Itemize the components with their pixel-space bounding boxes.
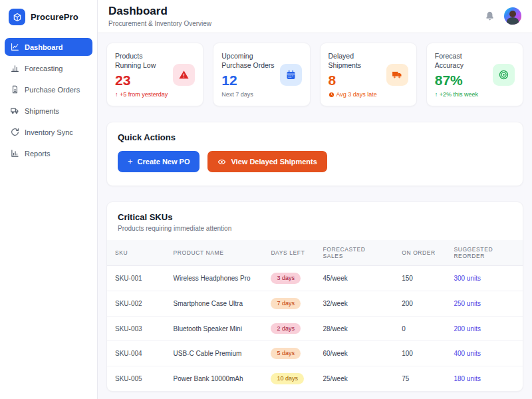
cell-sku: SKU-002 [107,291,166,316]
content: Products Running Low 23 ↑ +5 from yester… [98,33,532,399]
column-header-on-order: ON ORDER [394,240,446,266]
cell-on-order: 75 [394,366,446,391]
sidebar-item-forecasting[interactable]: Forecasting [5,59,92,77]
cell-sku: SKU-004 [107,341,166,366]
cell-forecasted-sales: 25/week [315,366,394,391]
column-header-product-name: PRODUCT NAME [166,240,263,266]
sidebar-item-label: Reports [25,150,51,158]
sidebar-item-purchase-orders[interactable]: Purchase Orders [5,80,92,98]
quick-actions-panel: Quick Actions + Create New PO Vi [106,122,523,186]
column-header-suggested-reorder: SUGGESTED REORDER [446,240,523,266]
quick-actions-title: Quick Actions [118,132,512,142]
suggested-reorder-link[interactable]: 300 units [446,266,523,291]
suggested-reorder-link[interactable]: 200 units [446,316,523,341]
header: Dashboard Procurement & Inventory Overvi… [98,0,532,33]
critical-skus-title: Critical SKUs [118,212,512,222]
document-icon [11,85,19,94]
suggested-reorder-link[interactable]: 180 units [446,366,523,391]
view-delayed-shipments-button[interactable]: View Delayed Shipments [207,151,327,172]
target-icon [493,64,515,86]
stat-card-label: Upcoming Purchase Orders [221,51,275,70]
table-row: SKU-005 Power Bank 10000mAh 10 days 25/w… [107,366,523,391]
cell-on-order: 0 [394,316,446,341]
sync-icon [11,128,19,136]
stat-card-value: 87% [435,72,489,88]
sidebar-item-label: Purchase Orders [25,86,80,94]
cell-on-order: 100 [394,341,446,366]
app-window: ProcurePro Dashboard Forecasting [0,0,532,399]
cell-forecasted-sales: 60/week [315,341,394,366]
stat-card-label: Products Running Low [115,51,169,70]
table-header-row: SKU PRODUCT NAME DAYS LEFT FORECASTED SA… [107,240,523,266]
cell-forecasted-sales: 28/week [315,316,394,341]
stat-card-products-running-low: Products Running Low 23 ↑ +5 from yester… [106,43,203,106]
clock-icon [329,92,334,98]
sidebar-item-inventory-sync[interactable]: Inventory Sync [5,123,92,141]
warning-icon [173,64,195,86]
stat-card-value: 8 [329,72,382,88]
cell-product-name: Power Bank 10000mAh [166,366,263,391]
bell-icon[interactable] [484,11,495,22]
cell-days-left: 2 days [263,316,315,341]
stat-card-body: Forecast Accuracy 87% ↑ +2% this week [435,51,489,98]
bar-chart-icon [11,64,19,72]
column-header-forecasted-sales: FORECASTED SALES [315,240,394,266]
sidebar-item-label: Dashboard [25,43,63,51]
sidebar-item-label: Shipments [25,107,59,115]
table-row: SKU-004 USB-C Cable Premium 5 days 60/we… [107,341,523,366]
sidebar-item-dashboard[interactable]: Dashboard [5,38,92,56]
truck-icon [11,106,19,115]
stat-card-upcoming-purchase-orders: Upcoming Purchase Orders 12 Next 7 days [213,43,310,106]
page-subtitle: Procurement & Inventory Overview [108,20,211,27]
days-left-badge: 10 days [271,373,304,384]
sidebar-item-label: Inventory Sync [25,128,73,136]
table-row: SKU-002 Smartphone Case Ultra 7 days 32/… [107,291,523,316]
sidebar-item-reports[interactable]: Reports [5,144,92,162]
main-area: Dashboard Procurement & Inventory Overvi… [98,0,532,399]
sidebar-item-label: Forecasting [25,65,63,72]
logo: ProcurePro [0,0,97,35]
cell-sku: SKU-001 [107,266,166,291]
create-new-po-button[interactable]: + Create New PO [118,151,200,172]
stat-card-trend: Avg 3 days late [329,91,382,98]
avatar[interactable] [504,7,521,25]
cell-product-name: Wireless Headphones Pro [166,266,263,291]
quick-actions-buttons: + Create New PO View Delayed Shipments [118,151,512,172]
stat-card-value: 23 [115,72,169,88]
sidebar-item-shipments[interactable]: Shipments [5,102,92,120]
days-left-badge: 3 days [271,273,301,284]
package-icon [9,9,25,25]
suggested-reorder-link[interactable]: 250 units [446,291,523,316]
stat-card-delayed-shipments: Delayed Shipments 8 Avg 3 days late [320,43,417,106]
header-actions [484,7,521,25]
cell-on-order: 200 [394,291,446,316]
stat-card-trend: ↑ +2% this week [435,91,489,98]
column-header-days-left: DAYS LEFT [263,240,315,266]
cell-product-name: Smartphone Case Ultra [166,291,263,316]
button-label: View Delayed Shipments [231,158,317,166]
stat-card-forecast-accuracy: Forecast Accuracy 87% ↑ +2% this week [426,43,523,106]
suggested-reorder-link[interactable]: 400 units [446,341,523,366]
page-title: Dashboard [108,5,211,18]
critical-skus-panel: Critical SKUs Products requiring immedia… [106,201,523,392]
cell-days-left: 7 days [263,291,315,316]
stat-card-body: Products Running Low 23 ↑ +5 from yester… [115,51,169,98]
table-row: SKU-001 Wireless Headphones Pro 3 days 4… [107,266,523,291]
cell-sku: SKU-003 [107,316,166,341]
days-left-badge: 2 days [271,323,301,334]
stat-card-label: Delayed Shipments [329,51,382,70]
column-header-sku: SKU [107,240,166,266]
days-left-badge: 7 days [271,298,301,309]
critical-skus-table: SKU PRODUCT NAME DAYS LEFT FORECASTED SA… [107,240,523,391]
report-icon [11,149,19,158]
critical-skus-subtitle: Products requiring immediate attention [118,225,512,232]
header-titles: Dashboard Procurement & Inventory Overvi… [108,5,211,27]
cell-days-left: 3 days [263,266,315,291]
line-chart-icon [11,43,19,51]
sidebar-nav: Dashboard Forecasting Purchase Orders [0,35,97,165]
truck-icon [386,64,408,86]
cell-sku: SKU-005 [107,366,166,391]
stat-card-trend: Next 7 days [221,91,275,98]
days-left-badge: 5 days [271,348,301,359]
stat-card-label: Forecast Accuracy [435,51,489,70]
